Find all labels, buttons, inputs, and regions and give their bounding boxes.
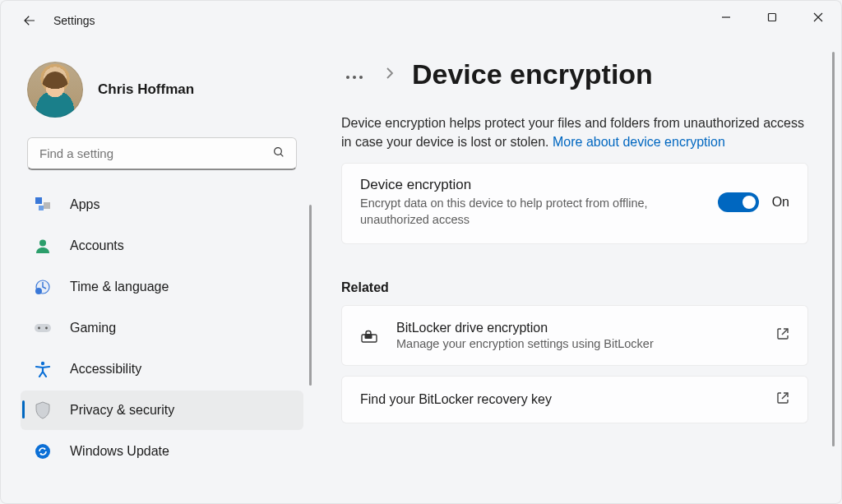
accessibility-icon: [34, 360, 52, 378]
sidebar-item-label: Time & language: [70, 280, 169, 294]
related-item-subtitle: Manage your encryption settings using Bi…: [396, 337, 758, 350]
svg-point-16: [353, 76, 356, 79]
page-description: Device encryption helps protect your fil…: [341, 113, 808, 151]
sidebar-item-time-language[interactable]: Time & language: [21, 267, 303, 307]
device-encryption-card: Device encryption Encrypt data on this d…: [341, 163, 808, 243]
back-arrow-icon: [22, 13, 37, 28]
encryption-card-subtitle: Encrypt data on this device to help prot…: [360, 196, 656, 228]
sidebar-item-apps[interactable]: Apps: [21, 185, 303, 224]
back-button[interactable]: [19, 10, 40, 31]
window-controls: [703, 1, 841, 34]
breadcrumb: Device encryption: [341, 58, 808, 90]
svg-rect-6: [39, 206, 44, 210]
search-input[interactable]: [27, 137, 297, 170]
svg-point-11: [38, 327, 40, 330]
svg-rect-20: [365, 334, 372, 339]
sidebar-item-accounts[interactable]: Accounts: [21, 226, 303, 266]
sidebar-item-label: Apps: [70, 197, 99, 212]
user-profile[interactable]: Chris Hoffman: [21, 55, 303, 137]
shield-icon: [34, 401, 52, 419]
svg-rect-1: [769, 14, 776, 21]
svg-point-17: [359, 76, 363, 79]
titlebar: Settings: [1, 1, 841, 40]
close-button[interactable]: [795, 1, 841, 34]
sidebar-item-gaming[interactable]: Gaming: [21, 308, 303, 348]
minimize-icon: [721, 12, 731, 22]
related-item-recovery-key[interactable]: Find your BitLocker recovery key: [341, 376, 808, 423]
search-wrap: [27, 137, 297, 170]
related-item-title: Find your BitLocker recovery key: [360, 392, 758, 407]
page-title: Device encryption: [412, 58, 653, 90]
minimize-button[interactable]: [703, 1, 749, 34]
related-heading: Related: [341, 280, 808, 295]
svg-rect-4: [35, 197, 42, 204]
device-encryption-toggle[interactable]: [718, 192, 759, 212]
sidebar-item-label: Privacy & security: [70, 403, 174, 418]
user-display-name: Chris Hoffman: [98, 81, 194, 98]
close-icon: [813, 12, 823, 22]
update-icon: [34, 442, 52, 460]
svg-line-3: [280, 154, 283, 156]
toggle-wrap: On: [718, 192, 789, 212]
toggle-state-label: On: [772, 195, 789, 210]
sidebar-scrollbar[interactable]: [309, 205, 312, 386]
svg-rect-10: [35, 324, 51, 332]
row-text: BitLocker drive encryption Manage your e…: [396, 321, 758, 350]
apps-icon: [34, 196, 52, 214]
svg-point-7: [39, 240, 46, 247]
content-scrollbar[interactable]: [832, 52, 835, 446]
breadcrumb-menu-button[interactable]: [341, 62, 368, 88]
svg-point-12: [45, 327, 48, 330]
learn-more-link[interactable]: More about device encryption: [553, 135, 725, 149]
svg-point-2: [275, 148, 282, 155]
open-external-icon: [776, 327, 789, 344]
clock-globe-icon: [34, 278, 52, 296]
svg-point-14: [35, 444, 50, 459]
related-item-bitlocker[interactable]: BitLocker drive encryption Manage your e…: [341, 305, 808, 366]
card-text: Device encryption Encrypt data on this d…: [360, 177, 718, 228]
sidebar-item-label: Accessibility: [70, 362, 141, 377]
settings-window: Settings Chris Hoffman: [0, 0, 842, 504]
sidebar-item-accessibility[interactable]: Accessibility: [21, 349, 303, 389]
maximize-button[interactable]: [749, 1, 795, 34]
related-item-title: BitLocker drive encryption: [396, 321, 758, 335]
avatar: [27, 62, 83, 118]
maximize-icon: [767, 12, 777, 22]
svg-point-15: [346, 76, 349, 79]
row-text: Find your BitLocker recovery key: [360, 392, 758, 407]
open-external-icon: [776, 391, 789, 408]
sidebar-item-windows-update[interactable]: Windows Update: [21, 432, 303, 471]
sidebar-item-privacy-security[interactable]: Privacy & security: [21, 391, 303, 430]
ellipsis-icon: [345, 65, 363, 84]
sidebar: Chris Hoffman Apps: [1, 40, 313, 503]
sidebar-item-label: Gaming: [70, 321, 116, 335]
search-icon: [272, 146, 285, 162]
body: Chris Hoffman Apps: [1, 40, 841, 503]
lock-drive-icon: [360, 326, 378, 344]
sidebar-item-label: Accounts: [70, 238, 124, 253]
gamepad-icon: [34, 319, 52, 337]
sidebar-item-label: Windows Update: [70, 444, 169, 459]
svg-rect-5: [44, 202, 50, 209]
chevron-right-icon: [386, 67, 394, 82]
content: Device encryption Device encryption help…: [313, 40, 841, 503]
encryption-card-title: Device encryption: [360, 177, 718, 193]
accounts-icon: [34, 237, 52, 255]
svg-point-9: [35, 288, 42, 294]
svg-point-13: [41, 362, 44, 365]
nav: Apps Accounts Time & language: [21, 185, 303, 503]
window-title: Settings: [53, 14, 95, 27]
